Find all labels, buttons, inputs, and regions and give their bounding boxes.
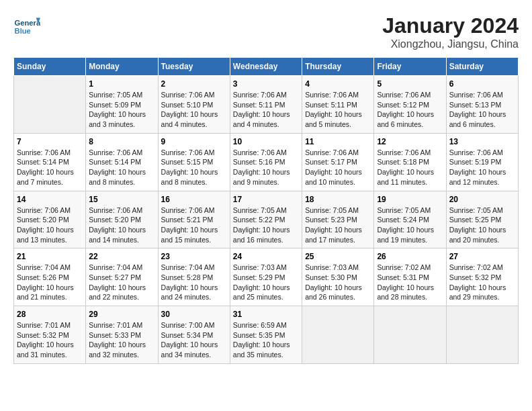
calendar-cell: 22Sunrise: 7:04 AM Sunset: 5:27 PM Dayli… — [86, 248, 158, 306]
day-info: Sunrise: 7:04 AM Sunset: 5:26 PM Dayligh… — [17, 263, 83, 302]
day-info: Sunrise: 7:02 AM Sunset: 5:32 PM Dayligh… — [449, 263, 515, 302]
calendar-cell: 14Sunrise: 7:06 AM Sunset: 5:20 PM Dayli… — [14, 191, 86, 248]
day-number: 29 — [89, 310, 154, 319]
day-number: 28 — [17, 310, 83, 319]
day-info: Sunrise: 7:06 AM Sunset: 5:12 PM Dayligh… — [377, 90, 443, 130]
day-info: Sunrise: 7:03 AM Sunset: 5:29 PM Dayligh… — [233, 263, 299, 302]
day-number: 8 — [89, 137, 154, 146]
day-info: Sunrise: 7:04 AM Sunset: 5:28 PM Dayligh… — [161, 263, 227, 302]
calendar-cell: 24Sunrise: 7:03 AM Sunset: 5:29 PM Dayli… — [230, 248, 302, 306]
day-info: Sunrise: 7:06 AM Sunset: 5:11 PM Dayligh… — [305, 90, 371, 130]
day-number: 5 — [377, 79, 443, 89]
day-info: Sunrise: 7:05 AM Sunset: 5:22 PM Dayligh… — [233, 205, 299, 245]
week-row-3: 14Sunrise: 7:06 AM Sunset: 5:20 PM Dayli… — [14, 191, 519, 248]
day-info: Sunrise: 7:06 AM Sunset: 5:17 PM Dayligh… — [305, 148, 371, 187]
calendar-cell: 27Sunrise: 7:02 AM Sunset: 5:32 PM Dayli… — [446, 248, 518, 306]
calendar-cell — [446, 306, 518, 364]
day-number: 7 — [17, 137, 83, 146]
day-number: 25 — [305, 252, 371, 261]
day-info: Sunrise: 7:06 AM Sunset: 5:18 PM Dayligh… — [377, 148, 443, 187]
calendar-cell: 3Sunrise: 7:06 AM Sunset: 5:11 PM Daylig… — [230, 76, 302, 134]
day-number: 1 — [89, 79, 154, 89]
calendar-cell: 15Sunrise: 7:06 AM Sunset: 5:20 PM Dayli… — [86, 191, 158, 248]
calendar-cell: 7Sunrise: 7:06 AM Sunset: 5:14 PM Daylig… — [14, 133, 86, 191]
day-number: 20 — [449, 195, 515, 204]
calendar-cell: 12Sunrise: 7:06 AM Sunset: 5:18 PM Dayli… — [374, 133, 446, 191]
day-number: 24 — [233, 252, 299, 261]
day-number: 23 — [161, 252, 227, 261]
day-number: 19 — [377, 195, 443, 204]
day-number: 30 — [161, 310, 227, 319]
day-info: Sunrise: 7:05 AM Sunset: 5:23 PM Dayligh… — [305, 205, 371, 245]
calendar-cell: 9Sunrise: 7:06 AM Sunset: 5:15 PM Daylig… — [158, 133, 230, 191]
week-row-1: 1Sunrise: 7:05 AM Sunset: 5:09 PM Daylig… — [14, 76, 519, 134]
day-number: 22 — [89, 252, 154, 261]
day-info: Sunrise: 7:06 AM Sunset: 5:10 PM Dayligh… — [161, 90, 227, 130]
calendar-subtitle: Xiongzhou, Jiangsu, China — [382, 38, 519, 50]
day-number: 15 — [89, 195, 154, 204]
day-number: 16 — [161, 195, 227, 204]
day-number: 10 — [233, 137, 299, 146]
day-info: Sunrise: 7:06 AM Sunset: 5:16 PM Dayligh… — [233, 148, 299, 187]
calendar-title: January 2024 — [382, 13, 519, 38]
calendar-cell: 18Sunrise: 7:05 AM Sunset: 5:23 PM Dayli… — [302, 191, 374, 248]
calendar-cell — [14, 76, 86, 134]
day-number: 21 — [17, 252, 83, 261]
calendar-cell: 23Sunrise: 7:04 AM Sunset: 5:28 PM Dayli… — [158, 248, 230, 306]
day-number: 14 — [17, 195, 83, 204]
day-info: Sunrise: 7:04 AM Sunset: 5:27 PM Dayligh… — [89, 263, 154, 302]
day-number: 18 — [305, 195, 371, 204]
calendar-cell: 31Sunrise: 6:59 AM Sunset: 5:35 PM Dayli… — [230, 306, 302, 364]
day-of-week-saturday: Saturday — [446, 58, 518, 76]
calendar-cell: 20Sunrise: 7:05 AM Sunset: 5:25 PM Dayli… — [446, 191, 518, 248]
day-info: Sunrise: 7:05 AM Sunset: 5:25 PM Dayligh… — [449, 205, 515, 245]
day-number: 6 — [449, 79, 515, 89]
day-info: Sunrise: 7:06 AM Sunset: 5:21 PM Dayligh… — [161, 205, 227, 245]
svg-text:General: General — [15, 19, 40, 27]
calendar-cell: 8Sunrise: 7:06 AM Sunset: 5:14 PM Daylig… — [86, 133, 158, 191]
calendar-cell: 30Sunrise: 7:00 AM Sunset: 5:34 PM Dayli… — [158, 306, 230, 364]
calendar-cell: 16Sunrise: 7:06 AM Sunset: 5:21 PM Dayli… — [158, 191, 230, 248]
calendar-cell: 2Sunrise: 7:06 AM Sunset: 5:10 PM Daylig… — [158, 76, 230, 134]
title-block: January 2024 Xiongzhou, Jiangsu, China — [382, 13, 519, 50]
day-number: 13 — [449, 137, 515, 146]
day-number: 12 — [377, 137, 443, 146]
day-number: 27 — [449, 252, 515, 261]
calendar-cell: 29Sunrise: 7:01 AM Sunset: 5:33 PM Dayli… — [86, 306, 158, 364]
day-info: Sunrise: 7:06 AM Sunset: 5:19 PM Dayligh… — [449, 148, 515, 187]
calendar-cell: 6Sunrise: 7:06 AM Sunset: 5:13 PM Daylig… — [446, 76, 518, 134]
day-info: Sunrise: 7:05 AM Sunset: 5:09 PM Dayligh… — [89, 90, 154, 130]
day-info: Sunrise: 7:05 AM Sunset: 5:24 PM Dayligh… — [377, 205, 443, 245]
day-number: 9 — [161, 137, 227, 146]
calendar-cell: 10Sunrise: 7:06 AM Sunset: 5:16 PM Dayli… — [230, 133, 302, 191]
week-row-4: 21Sunrise: 7:04 AM Sunset: 5:26 PM Dayli… — [14, 248, 519, 306]
page-header: General Blue January 2024 Xiongzhou, Jia… — [13, 13, 519, 50]
day-info: Sunrise: 7:06 AM Sunset: 5:20 PM Dayligh… — [89, 205, 154, 245]
calendar-cell: 5Sunrise: 7:06 AM Sunset: 5:12 PM Daylig… — [374, 76, 446, 134]
svg-text:Blue: Blue — [15, 27, 31, 35]
calendar-cell: 1Sunrise: 7:05 AM Sunset: 5:09 PM Daylig… — [86, 76, 158, 134]
calendar-cell: 19Sunrise: 7:05 AM Sunset: 5:24 PM Dayli… — [374, 191, 446, 248]
day-info: Sunrise: 7:06 AM Sunset: 5:11 PM Dayligh… — [233, 90, 299, 130]
calendar-cell: 17Sunrise: 7:05 AM Sunset: 5:22 PM Dayli… — [230, 191, 302, 248]
calendar-cell — [302, 306, 374, 364]
day-of-week-tuesday: Tuesday — [158, 58, 230, 76]
day-of-week-monday: Monday — [86, 58, 158, 76]
calendar-cell: 28Sunrise: 7:01 AM Sunset: 5:32 PM Dayli… — [14, 306, 86, 364]
days-header-row: SundayMondayTuesdayWednesdayThursdayFrid… — [14, 58, 519, 76]
logo: General Blue — [13, 13, 43, 40]
calendar-cell: 11Sunrise: 7:06 AM Sunset: 5:17 PM Dayli… — [302, 133, 374, 191]
day-number: 4 — [305, 79, 371, 89]
day-info: Sunrise: 7:02 AM Sunset: 5:31 PM Dayligh… — [377, 263, 443, 302]
week-row-5: 28Sunrise: 7:01 AM Sunset: 5:32 PM Dayli… — [14, 306, 519, 364]
day-info: Sunrise: 6:59 AM Sunset: 5:35 PM Dayligh… — [233, 320, 299, 360]
day-info: Sunrise: 7:06 AM Sunset: 5:20 PM Dayligh… — [17, 205, 83, 245]
day-info: Sunrise: 7:01 AM Sunset: 5:33 PM Dayligh… — [89, 320, 154, 360]
day-info: Sunrise: 7:00 AM Sunset: 5:34 PM Dayligh… — [161, 320, 227, 360]
day-info: Sunrise: 7:01 AM Sunset: 5:32 PM Dayligh… — [17, 320, 83, 360]
day-of-week-sunday: Sunday — [14, 58, 86, 76]
calendar-cell: 26Sunrise: 7:02 AM Sunset: 5:31 PM Dayli… — [374, 248, 446, 306]
day-of-week-thursday: Thursday — [302, 58, 374, 76]
day-number: 31 — [233, 310, 299, 319]
day-number: 11 — [305, 137, 371, 146]
